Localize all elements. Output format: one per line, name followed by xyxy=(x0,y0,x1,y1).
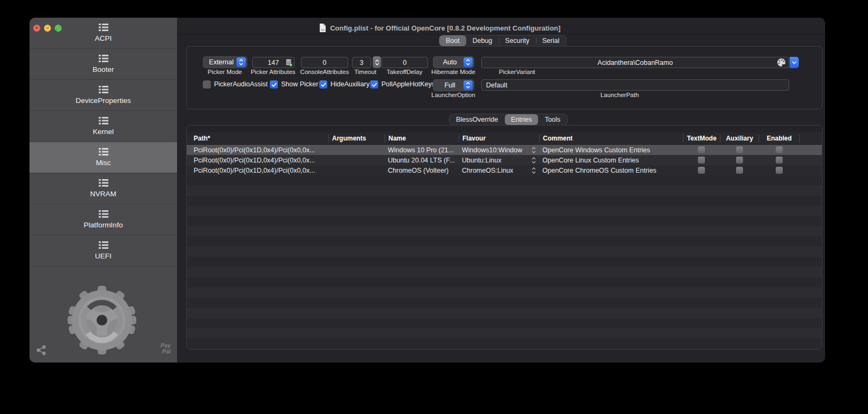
table-row[interactable]: PciRoot(0x0)/Pci(0x1D,0x4)/Pci(0x0,0x...… xyxy=(187,145,822,155)
launcher-path-value: Default xyxy=(486,82,507,89)
flavour-stepper-icon[interactable] xyxy=(532,157,536,164)
titlebar: Config.plist - for Official OpenCore [0.… xyxy=(252,22,628,34)
sidebar-item-booter[interactable]: Booter xyxy=(30,49,177,80)
poll-apple-hotkeys-checkbox[interactable] xyxy=(370,80,378,88)
hide-auxiliary-checkbox[interactable] xyxy=(319,80,327,88)
cell-flavour[interactable]: ChromeOS:Linux xyxy=(459,167,539,174)
cell-path: PciRoot(0x0)/Pci(0x1D,0x4)/Pci(0x0,0x... xyxy=(187,146,328,154)
paypal-line2: Pal xyxy=(160,349,171,354)
tab-boot[interactable]: Boot xyxy=(439,35,466,46)
timeout-stepper[interactable] xyxy=(373,56,381,68)
traffic-lights: × − xyxy=(33,25,62,32)
hibernate-mode-label: Hibernate Mode xyxy=(431,69,475,75)
launcher-path-field[interactable]: Default xyxy=(481,79,789,91)
sidebar-item-platforminfo[interactable]: PlatformInfo xyxy=(30,204,177,235)
launcher-path-label: LauncherPath xyxy=(600,92,639,98)
enabled-checkbox[interactable] xyxy=(776,157,783,164)
hide-auxiliary-label: HideAuxiliary xyxy=(330,80,370,88)
sidebar-item-acpi[interactable]: ACPI xyxy=(30,18,177,49)
timeout-field[interactable]: 3 xyxy=(352,57,371,68)
sidebar-item-label: UEFI xyxy=(95,252,112,260)
show-picker-checkbox[interactable] xyxy=(270,80,278,88)
enabled-checkbox[interactable] xyxy=(776,167,783,174)
sidebar-item-kernel[interactable]: Kernel xyxy=(30,111,177,142)
flavour-stepper-icon[interactable] xyxy=(532,167,536,174)
column-header-enabled[interactable]: Enabled xyxy=(759,135,799,143)
picker-variant-field[interactable]: Acidanthera\CobanRamo xyxy=(481,57,789,68)
column-header-textmode[interactable]: TextMode xyxy=(683,135,720,143)
cell-flavour[interactable]: Windows10:Window xyxy=(459,146,539,154)
cell-comment: OpenCore Linux Custom Entries xyxy=(539,157,683,164)
picker-attributes-label: Picker Attributes xyxy=(251,69,295,75)
table-empty-area xyxy=(187,175,822,349)
enabled-checkbox[interactable] xyxy=(776,146,783,153)
picker-audio-assist-checkbox[interactable] xyxy=(203,80,211,88)
launcher-option-select[interactable]: Full xyxy=(433,79,474,91)
sidebar-item-label: ACPI xyxy=(95,34,112,42)
window-title: Config.plist - for Official OpenCore [0.… xyxy=(330,24,561,32)
table-row[interactable]: PciRoot(0x0)/Pci(0x1D,0x4)/Pci(0x0,0x...… xyxy=(187,165,822,175)
table-header: Path* Arguments Name Flavour Comment Tex… xyxy=(187,132,822,145)
sidebar-item-label: Booter xyxy=(93,65,114,73)
sidebar-item-nvram[interactable]: NVRAM xyxy=(30,173,177,204)
tab-serial[interactable]: Serial xyxy=(536,35,566,46)
sidebar-item-uefi[interactable]: UEFI xyxy=(30,235,177,267)
list-icon xyxy=(99,55,108,62)
desktop: × − ACPI Booter DeviceProperties xyxy=(0,0,868,414)
tab-debug[interactable]: Debug xyxy=(466,35,499,46)
sidebar-item-misc[interactable]: Misc xyxy=(30,142,177,173)
close-button[interactable]: × xyxy=(33,25,40,32)
cell-textmode xyxy=(683,157,720,164)
list-icon xyxy=(99,24,108,31)
cell-auxiliary xyxy=(720,167,759,174)
cell-auxiliary xyxy=(720,146,759,153)
column-header-path[interactable]: Path* xyxy=(187,135,328,143)
cell-name: Ubuntu 20.04 LTS (F... xyxy=(385,157,459,164)
tab-entries[interactable]: Entries xyxy=(505,114,539,125)
zoom-button[interactable] xyxy=(55,25,62,32)
takeoff-delay-label: TakeoffDelay xyxy=(387,69,422,75)
picker-attributes-value: 147 xyxy=(268,59,279,66)
sidebar-item-label: DeviceProperties xyxy=(76,97,131,105)
list-icon xyxy=(99,117,108,124)
cell-comment: OpenCore ChromeOS Custom Entries xyxy=(539,167,683,174)
auxiliary-checkbox[interactable] xyxy=(736,146,743,153)
textmode-checkbox[interactable] xyxy=(698,146,705,153)
tab-security[interactable]: Security xyxy=(499,35,536,46)
picker-variant-dropdown-button[interactable] xyxy=(790,57,799,68)
column-header-auxiliary[interactable]: Auxiliary xyxy=(720,135,759,143)
picker-variant-label: PickerVariant xyxy=(499,69,535,75)
sidebar: × − ACPI Booter DeviceProperties xyxy=(30,18,177,363)
tab-tools[interactable]: Tools xyxy=(538,114,567,125)
sidebar-item-deviceproperties[interactable]: DeviceProperties xyxy=(30,80,177,111)
column-header-flavour[interactable]: Flavour xyxy=(459,135,539,143)
minimize-button[interactable]: − xyxy=(44,25,51,32)
paypal-link[interactable]: Pay Pal xyxy=(160,343,171,354)
table-row[interactable]: PciRoot(0x0)/Pci(0x1D,0x4)/Pci(0x0,0x...… xyxy=(187,155,822,165)
textmode-checkbox[interactable] xyxy=(698,157,705,164)
column-header-comment[interactable]: Comment xyxy=(539,135,683,143)
chevron-updown-icon xyxy=(237,57,246,67)
cell-textmode xyxy=(683,146,720,153)
palette-icon[interactable] xyxy=(777,58,786,69)
auxiliary-checkbox[interactable] xyxy=(736,157,743,164)
textmode-checkbox[interactable] xyxy=(698,167,705,174)
cell-flavour[interactable]: Ubuntu:Linux xyxy=(459,157,539,164)
auxiliary-checkbox[interactable] xyxy=(736,167,743,174)
column-header-name[interactable]: Name xyxy=(385,135,459,143)
titlebar-separator xyxy=(177,34,825,34)
console-attributes-label: ConsoleAttributes xyxy=(300,69,349,75)
sidebar-item-label: Kernel xyxy=(93,128,114,136)
tab-blessoverride[interactable]: BlessOverride xyxy=(450,114,505,125)
picker-attributes-field[interactable]: 147 xyxy=(252,57,295,68)
takeoff-delay-field[interactable]: 0 xyxy=(381,57,428,68)
picker-mode-select[interactable]: External xyxy=(203,56,247,68)
column-header-arguments[interactable]: Arguments xyxy=(328,135,385,143)
cell-enabled xyxy=(759,157,799,164)
console-attributes-field[interactable]: 0 xyxy=(301,57,348,68)
column-header-spacer xyxy=(799,135,822,143)
share-button[interactable] xyxy=(36,345,47,358)
flavour-stepper-icon[interactable] xyxy=(532,147,536,153)
calculator-icon[interactable] xyxy=(286,59,292,66)
hibernate-mode-select[interactable]: Auto xyxy=(433,56,474,68)
